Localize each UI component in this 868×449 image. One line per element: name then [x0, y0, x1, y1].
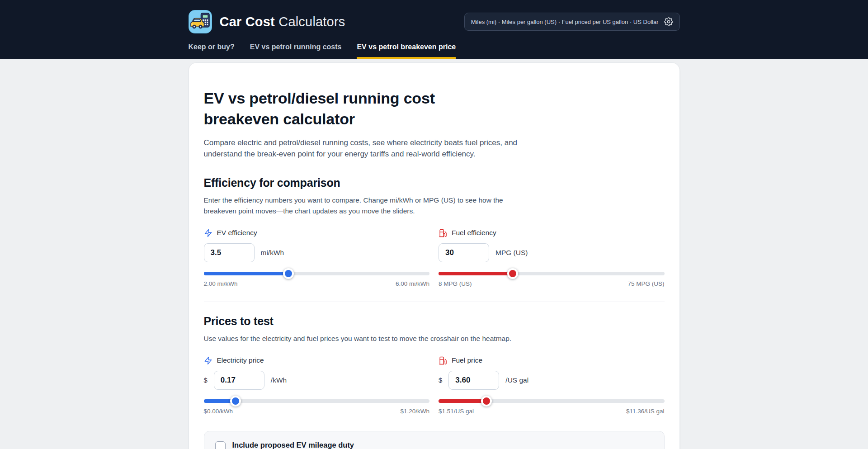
fuel-price-value-row: $ /US gal — [439, 371, 665, 390]
ev-efficiency-control: EV efficiency mi/kWh 2.00 mi/kWh 6.00 mi… — [204, 229, 430, 287]
app-title-bold: Car Cost — [220, 14, 275, 29]
efficiency-section-description: Enter the efficiency numbers you want to… — [204, 195, 516, 217]
tab-keep-or-buy[interactable]: Keep or buy? — [189, 43, 235, 59]
ev-efficiency-min-label: 2.00 mi/kWh — [204, 280, 238, 287]
ev-efficiency-input[interactable] — [204, 243, 255, 262]
fuel-efficiency-label-text: Fuel efficiency — [452, 229, 496, 237]
ev-efficiency-slider-thumb[interactable] — [283, 268, 294, 279]
fuel-efficiency-value-row: MPG (US) — [439, 243, 665, 262]
electricity-price-label-text: Electricity price — [217, 356, 264, 364]
ev-mileage-duty-panel: Include proposed EV mileage duty Adds $0… — [204, 431, 665, 449]
fuel-efficiency-range-labels: 8 MPG (US) 75 MPG (US) — [439, 280, 665, 287]
fuel-efficiency-max-label: 75 MPG (US) — [627, 280, 664, 287]
fuel-price-currency: $ — [439, 376, 442, 384]
price-controls: Electricity price $ /kWh $0.00/kWh $1.20… — [204, 356, 665, 415]
fuel-efficiency-input[interactable] — [439, 243, 489, 262]
ev-efficiency-range-labels: 2.00 mi/kWh 6.00 mi/kWh — [204, 280, 430, 287]
electricity-price-range-labels: $0.00/kWh $1.20/kWh — [204, 408, 430, 415]
prices-section-heading: Prices to test — [204, 315, 665, 328]
efficiency-section-heading: Efficiency for comparison — [204, 176, 665, 189]
fuel-efficiency-control: Fuel efficiency MPG (US) 8 MPG (US) 75 M… — [439, 229, 665, 287]
fuel-pump-icon — [439, 356, 447, 365]
app-title: Car Cost Calculators — [220, 14, 345, 29]
car-calculator-logo-icon — [189, 10, 212, 33]
ev-efficiency-value-row: mi/kWh — [204, 243, 430, 262]
fuel-price-range-labels: $1.51/US gal $11.36/US gal — [439, 408, 665, 415]
fuel-price-label: Fuel price — [439, 356, 665, 365]
electricity-price-label: Electricity price — [204, 356, 430, 365]
ev-efficiency-label: EV efficiency — [204, 229, 430, 237]
fuel-price-min-label: $1.51/US gal — [439, 408, 474, 415]
page-intro: Compare electric and petrol/diesel runni… — [204, 137, 534, 160]
tab-ev-vs-petrol-breakeven-price[interactable]: EV vs petrol breakeven price — [357, 43, 456, 59]
units-settings-button[interactable]: Miles (mi) · Miles per gallon (US) · Fue… — [464, 13, 680, 31]
ev-mileage-duty-title: Include proposed EV mileage duty — [232, 441, 608, 449]
lightning-icon — [204, 229, 212, 237]
fuel-efficiency-min-label: 8 MPG (US) — [439, 280, 472, 287]
ev-efficiency-unit: mi/kWh — [261, 249, 284, 257]
gear-icon[interactable] — [664, 17, 673, 26]
app-header: Car Cost Calculators Miles (mi) · Miles … — [0, 0, 868, 59]
ev-efficiency-slider[interactable] — [204, 272, 430, 275]
fuel-price-max-label: $11.36/US gal — [626, 408, 665, 415]
ev-mileage-duty-checkbox[interactable] — [215, 441, 226, 449]
fuel-price-slider-fill — [439, 399, 486, 403]
section-divider — [204, 302, 665, 302]
electricity-price-slider-thumb[interactable] — [230, 396, 241, 406]
electricity-price-min-label: $0.00/kWh — [204, 408, 233, 415]
fuel-pump-icon — [439, 229, 447, 237]
efficiency-controls: EV efficiency mi/kWh 2.00 mi/kWh 6.00 mi… — [204, 229, 665, 287]
fuel-efficiency-unit: MPG (US) — [495, 249, 528, 257]
fuel-efficiency-slider[interactable] — [439, 272, 665, 275]
electricity-price-value-row: $ /kWh — [204, 371, 430, 390]
electricity-price-control: Electricity price $ /kWh $0.00/kWh $1.20… — [204, 356, 430, 415]
electricity-price-input[interactable] — [214, 371, 264, 390]
top-bar: Car Cost Calculators Miles (mi) · Miles … — [189, 10, 680, 33]
fuel-efficiency-slider-fill — [439, 272, 513, 275]
electricity-price-max-label: $1.20/kWh — [400, 408, 429, 415]
electricity-price-currency: $ — [204, 376, 208, 384]
lightning-icon — [204, 356, 212, 365]
brand: Car Cost Calculators — [189, 10, 345, 33]
ev-efficiency-slider-fill — [204, 272, 288, 275]
fuel-price-slider[interactable] — [439, 399, 665, 403]
ev-efficiency-label-text: EV efficiency — [217, 229, 257, 237]
fuel-price-slider-thumb[interactable] — [481, 396, 492, 406]
tab-ev-vs-petrol-running-costs[interactable]: EV vs petrol running costs — [250, 43, 342, 59]
fuel-price-label-text: Fuel price — [452, 356, 482, 364]
electricity-price-unit: /kWh — [271, 376, 287, 384]
electricity-price-slider[interactable] — [204, 399, 430, 403]
fuel-efficiency-slider-thumb[interactable] — [507, 268, 518, 279]
prices-section-description: Use values for the electricity and fuel … — [204, 333, 665, 344]
electricity-price-slider-fill — [204, 399, 236, 403]
main-nav: Keep or buy? EV vs petrol running costs … — [189, 43, 680, 59]
ev-mileage-duty-text: Include proposed EV mileage duty Adds $0… — [232, 441, 608, 449]
fuel-efficiency-label: Fuel efficiency — [439, 229, 665, 237]
fuel-price-input[interactable] — [448, 371, 499, 390]
fuel-price-unit: /US gal — [505, 376, 528, 384]
fuel-price-control: Fuel price $ /US gal $1.51/US gal $11.36… — [439, 356, 665, 415]
ev-efficiency-max-label: 6.00 mi/kWh — [396, 280, 429, 287]
app-title-regular: Calculators — [278, 14, 345, 29]
units-summary-text: Miles (mi) · Miles per gallon (US) · Fue… — [471, 19, 659, 25]
calculator-card: EV vs petrol/diesel running cost breakev… — [189, 62, 680, 449]
page-title: EV vs petrol/diesel running cost breakev… — [204, 88, 493, 130]
